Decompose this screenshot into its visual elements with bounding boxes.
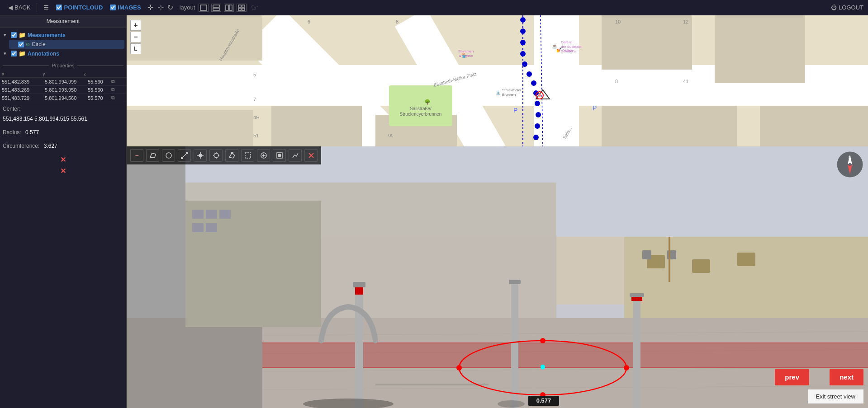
circle-icon: ⊙: [26, 42, 30, 47]
circumference-label: Circumference:: [3, 143, 39, 149]
svg-rect-3: [226, 5, 228, 10]
measurements-checkbox[interactable]: [11, 32, 17, 38]
svg-point-45: [535, 101, 540, 106]
street-view[interactable]: 0.577 N prev next Exit street view: [127, 146, 868, 408]
polygon-tool-button[interactable]: [146, 149, 159, 162]
svg-rect-22: [389, 85, 452, 126]
circle-tool-button[interactable]: [162, 149, 175, 162]
edit-polygon-tool-button[interactable]: [225, 149, 238, 162]
col-y-header: y: [43, 71, 83, 76]
svg-rect-8: [242, 8, 245, 10]
layout-option-2[interactable]: [211, 4, 221, 12]
svg-rect-1: [213, 5, 219, 7]
svg-rect-16: [127, 110, 253, 146]
crosshair-tool-button[interactable]: [209, 149, 223, 162]
tree-circle-row[interactable]: ⊙ Circle: [9, 40, 124, 49]
images-toggle[interactable]: IMAGES: [110, 4, 141, 11]
delete-btn-1[interactable]: ✕: [4, 155, 123, 165]
y-val-2: 5,801,994.560: [45, 95, 88, 101]
svg-text:51: 51: [253, 133, 259, 138]
x-val-1: 551,483.269: [2, 87, 45, 93]
copy-btn-0[interactable]: ⧉: [110, 79, 116, 84]
annotations-checkbox[interactable]: [11, 51, 17, 56]
view-mode-icon: ↻: [167, 3, 173, 12]
col-x-header: x: [2, 71, 43, 76]
target-tool-button[interactable]: [273, 149, 286, 162]
svg-marker-71: [150, 153, 156, 158]
layout-option-1[interactable]: [199, 4, 209, 12]
folder-icon: 📁: [19, 32, 26, 38]
tree-indent-1: ⊙ Circle: [2, 40, 124, 49]
area-tool-button[interactable]: [257, 149, 270, 162]
svg-rect-14: [127, 15, 262, 61]
svg-point-47: [535, 123, 540, 129]
separator: [37, 3, 37, 12]
hamburger-menu-button[interactable]: ☰: [40, 3, 52, 12]
svg-point-40: [520, 51, 526, 56]
delete-buttons-area: ✕ ✕: [0, 153, 126, 178]
radius-info: Radius: 0.577: [0, 126, 126, 139]
svg-rect-5: [238, 5, 241, 7]
svg-text:⛲: ⛲: [495, 90, 501, 96]
circle-label: Circle: [32, 41, 46, 47]
z-val-0: 55.560: [88, 79, 110, 84]
properties-divider: Properties: [0, 61, 126, 70]
left-panel: Measurement ▾ 📁 Measurements ⊙ Circle ▾ …: [0, 15, 127, 408]
delete-btn-2[interactable]: ✕: [4, 166, 123, 176]
svg-point-52: [538, 94, 541, 97]
circumference-value: 3.627: [44, 143, 57, 149]
back-button[interactable]: ◀ BACK: [5, 3, 34, 12]
layout-option-3[interactable]: [224, 4, 234, 12]
svg-point-38: [520, 28, 526, 34]
svg-text:Brunnen: Brunnen: [502, 93, 516, 97]
svg-point-72: [166, 153, 171, 158]
tree-annotations-row[interactable]: ▾ 📁 Annotations: [2, 49, 124, 58]
svg-point-81: [214, 153, 218, 158]
close-tool-button[interactable]: [304, 149, 318, 162]
hamburger-icon: ☰: [43, 4, 49, 11]
compass: N: [836, 151, 863, 179]
minus-tool-button[interactable]: −: [130, 149, 143, 162]
select-tool-button[interactable]: [241, 149, 254, 162]
z-val-2: 55.570: [88, 95, 110, 101]
circle-checkbox[interactable]: [18, 42, 24, 47]
point-tool-button[interactable]: [194, 149, 207, 162]
tree-area: ▾ 📁 Measurements ⊙ Circle ▾ 📁 Annotation…: [0, 28, 126, 61]
logout-button[interactable]: ⏻ LOGOUT: [831, 4, 863, 11]
svg-text:7A: 7A: [387, 133, 393, 138]
svg-text:5: 5: [253, 72, 256, 77]
zoom-out-button[interactable]: −: [130, 32, 141, 42]
map-svg[interactable]: Sallstraße/ Struckmeyerbrunnen 🌳 Hauptma…: [127, 15, 868, 146]
svg-rect-19: [715, 15, 805, 83]
svg-rect-88: [245, 153, 251, 158]
layout-option-4[interactable]: [237, 4, 247, 12]
images-checkbox[interactable]: [110, 5, 116, 10]
pointcloud-checkbox[interactable]: [56, 5, 62, 10]
exit-street-view-button[interactable]: Exit street view: [808, 389, 863, 403]
graph-tool-button[interactable]: [289, 149, 302, 162]
prev-button[interactable]: prev: [775, 369, 809, 385]
zoom-in-button[interactable]: +: [130, 20, 141, 31]
zoom-reset-button[interactable]: L: [130, 43, 141, 54]
center-value: 551,483.154 5,801,994.515 55.561: [0, 116, 126, 126]
pointcloud-toggle[interactable]: POINTCLOUD: [56, 4, 103, 11]
svg-rect-20: [602, 106, 737, 146]
svg-rect-6: [242, 5, 245, 7]
center-value-text: 551,483.154 5,801,994.515 55.561: [3, 116, 87, 122]
line-tool-button[interactable]: [178, 149, 191, 162]
annotations-toggle: ▾: [4, 51, 9, 56]
svg-text:& Söhne: & Söhne: [459, 54, 473, 58]
map-area[interactable]: + − L Sallstraße/ Struckmeyerbrunnen 🌳 H…: [127, 15, 868, 146]
tree-measurements-row[interactable]: ▾ 📁 Measurements: [2, 30, 124, 40]
copy-btn-1[interactable]: ⧉: [110, 87, 116, 93]
svg-point-87: [231, 152, 233, 154]
svg-point-39: [520, 40, 526, 45]
svg-rect-7: [238, 8, 241, 10]
next-button[interactable]: next: [830, 369, 863, 385]
svg-point-48: [533, 135, 539, 140]
copy-btn-2[interactable]: ⧉: [110, 95, 116, 101]
z-val-1: 55.560: [88, 87, 110, 93]
svg-text:N: N: [849, 155, 852, 160]
svg-text:41: 41: [683, 79, 688, 84]
radius-label: Radius:: [3, 129, 21, 136]
